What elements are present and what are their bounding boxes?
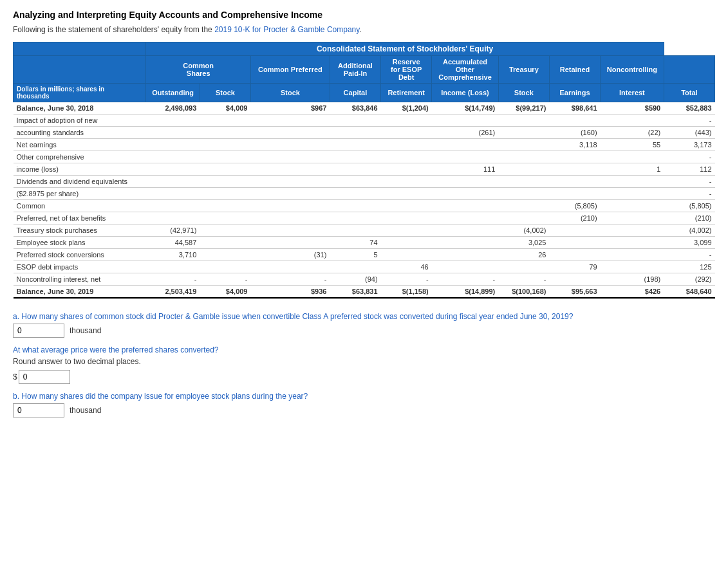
intro-text: Following is the statement of shareholde… (13, 25, 715, 34)
intro-highlight: 2019 10-K for Procter & Gamble Company (214, 25, 359, 34)
table-row: Employee stock plans44,587743,0253,099 (14, 237, 715, 249)
equity-table: Consolidated Statement of Stockholders' … (13, 42, 715, 299)
common-shares-header: CommonShares (146, 56, 251, 84)
preferred-header: Common Preferred (251, 56, 330, 84)
equity-table-wrapper: Consolidated Statement of Stockholders' … (13, 42, 715, 299)
table-row: Balance, June 30, 20182,498,093$4,009$96… (14, 102, 715, 114)
capital-header: Capital (330, 84, 380, 102)
total-header: Total (664, 84, 714, 102)
dollar-prefix: $ (13, 372, 17, 381)
treasury-stock-header: Stock (498, 84, 549, 102)
answer-b-row: thousand (13, 403, 715, 417)
outstanding-header: Outstanding (146, 84, 200, 102)
answer-b-input[interactable] (13, 403, 64, 417)
unit-a1: thousand (70, 326, 101, 335)
table-row: Balance, June 30, 20192,503,419$4,009$93… (14, 286, 715, 298)
table-row: accounting standards(261)(160)(22)(443) (14, 127, 715, 139)
question-b: b. How many shares did the company issue… (13, 392, 715, 401)
qa-section: a. How many shares of common stock did P… (13, 312, 715, 417)
table-row: Preferred stock conversions3,710(31)526- (14, 249, 715, 261)
table-row: ESOP debt impacts4679125 (14, 261, 715, 273)
question-a1: a. How many shares of common stock did P… (13, 312, 715, 321)
additional-paid-header: AdditionalPaid-In (330, 56, 380, 84)
earnings-header: Earnings (549, 84, 600, 102)
question-a2: At what average price were the preferred… (13, 345, 715, 354)
table-row: Treasury stock purchases(42,971)(4,002)(… (14, 224, 715, 237)
reserve-esop-header: Reservefor ESOPDebt (381, 56, 432, 84)
table-row: Preferred, net of tax benefits(210)(210) (14, 212, 715, 224)
retirement-header: Retirement (381, 84, 432, 102)
table-row: Other comprehensive- (14, 151, 715, 163)
retained-header: Retained (549, 56, 600, 84)
table-row: ($2.8975 per share)- (14, 188, 715, 200)
table-row: Noncontrolling interest, net---(94)---(1… (14, 273, 715, 286)
aoci-header: AccumulatedOtherComprehensive (432, 56, 499, 84)
dollars-label: Dollars in millions; shares inthousands (14, 84, 146, 102)
main-header: Consolidated Statement of Stockholders' … (146, 42, 664, 56)
table-row: Common(5,805)(5,805) (14, 200, 715, 212)
answer-a2-row: $ (13, 370, 715, 384)
unit-b: thousand (70, 406, 101, 415)
common-stock-header: Stock (200, 84, 250, 102)
answer-a1-input[interactable] (13, 324, 64, 338)
nci-header: Noncontrolling (601, 56, 664, 84)
table-row: income (loss)1111112 (14, 163, 715, 176)
table-row: Dividends and dividend equivalents- (14, 176, 715, 188)
answer-a2-input[interactable] (19, 370, 70, 384)
income-loss-header: Income (Loss) (432, 84, 499, 102)
answer-a1-row: thousand (13, 324, 715, 338)
table-row: Net earnings3,118553,173 (14, 139, 715, 151)
interest-header: Interest (601, 84, 664, 102)
note-a2: Round answer to two decimal places. (13, 357, 715, 366)
pref-stock-header: Stock (251, 84, 330, 102)
table-row: Impact of adoption of new- (14, 114, 715, 127)
treasury-header: Treasury (498, 56, 549, 84)
page-title: Analyzing and Interpreting Equity Accoun… (13, 10, 715, 20)
